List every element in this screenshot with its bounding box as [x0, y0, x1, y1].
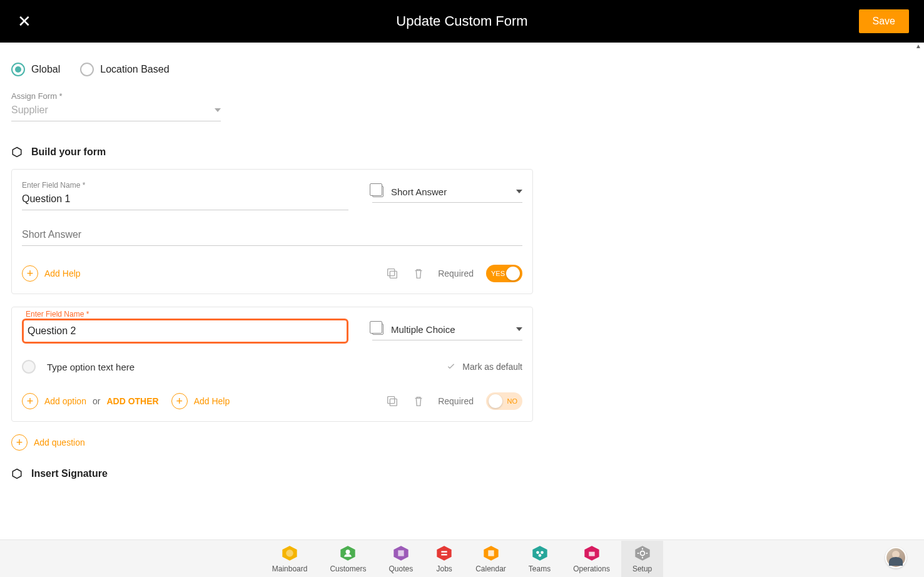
signature-heading: Insert Signature — [11, 468, 533, 479]
radio-selected-icon — [11, 63, 25, 76]
build-form-title: Build your form — [31, 146, 106, 158]
chevron-down-icon — [516, 327, 522, 331]
page-title: Update Custom Form — [396, 13, 527, 29]
hexagon-icon — [11, 468, 23, 479]
required-toggle-2[interactable]: NO — [486, 392, 522, 410]
chevron-down-icon — [516, 190, 522, 193]
close-icon[interactable]: ✕ — [15, 9, 34, 34]
radio-unselected-icon[interactable] — [22, 360, 36, 374]
toggle-text: YES — [491, 270, 505, 277]
field-type-label: Short Answer — [391, 186, 509, 197]
svg-marker-5 — [13, 469, 21, 479]
scope-global-label: Global — [31, 64, 60, 75]
topbar: ✕ Update Custom Form Save — [0, 0, 924, 43]
build-form-heading: Build your form — [11, 146, 533, 158]
svg-rect-1 — [390, 271, 397, 278]
field-name-label: Enter Field Name * — [22, 181, 348, 190]
mark-default-label: Mark as default — [462, 362, 522, 372]
scope-radio-group: Global Location Based — [11, 63, 533, 76]
add-help-link[interactable]: Add Help — [44, 268, 81, 278]
svg-marker-0 — [13, 148, 21, 157]
trash-icon[interactable] — [412, 394, 425, 408]
field-name-highlight — [22, 319, 348, 344]
multiple-choice-icon — [372, 324, 383, 335]
scope-location-radio[interactable]: Location Based — [80, 63, 169, 76]
content: Global Location Based Assign Form * Supp… — [0, 43, 544, 516]
field-type-label: Multiple Choice — [391, 324, 509, 335]
add-option-link[interactable]: Add option — [44, 396, 86, 406]
add-other-link[interactable]: ADD OTHER — [106, 396, 158, 406]
mark-default-action[interactable]: Mark as default — [446, 361, 522, 373]
svg-rect-3 — [390, 399, 397, 406]
plus-icon[interactable]: + — [11, 434, 28, 451]
short-answer-preview[interactable] — [22, 227, 522, 246]
short-answer-icon — [372, 186, 383, 197]
required-label: Required — [438, 396, 474, 406]
copy-icon[interactable] — [385, 394, 399, 408]
content-scroll[interactable]: Global Location Based Assign Form * Supp… — [0, 43, 924, 539]
add-question-link[interactable]: Add question — [34, 437, 85, 447]
assign-form-value: Supplier — [11, 105, 48, 116]
svg-rect-4 — [388, 397, 395, 404]
chevron-down-icon — [215, 108, 221, 112]
assign-form-label: Assign Form * — [11, 91, 533, 101]
radio-unselected-icon — [80, 63, 94, 76]
save-button[interactable]: Save — [859, 9, 909, 33]
field-type-select-1[interactable]: Short Answer — [372, 181, 522, 203]
plus-icon[interactable]: + — [22, 393, 38, 409]
toggle-knob — [489, 394, 502, 408]
scope-global-radio[interactable]: Global — [11, 63, 60, 76]
svg-rect-2 — [388, 269, 395, 276]
copy-icon[interactable] — [385, 267, 399, 280]
field-name-input-1[interactable] — [22, 191, 348, 210]
required-toggle-1[interactable]: YES — [486, 265, 522, 282]
assign-form-select[interactable]: Supplier — [11, 102, 221, 121]
check-icon — [446, 361, 456, 373]
option-text-input[interactable]: Type option text here — [47, 362, 135, 372]
toggle-knob — [506, 267, 520, 280]
field-type-select-2[interactable]: Multiple Choice — [372, 319, 522, 340]
plus-icon[interactable]: + — [171, 393, 188, 409]
required-label: Required — [438, 268, 474, 278]
toggle-text: NO — [507, 397, 518, 405]
field-card-1: Enter Field Name * Short Answer + Add He… — [11, 169, 533, 294]
add-help-link[interactable]: Add Help — [194, 396, 230, 406]
hexagon-icon — [11, 146, 23, 158]
trash-icon[interactable] — [412, 267, 425, 280]
field-name-input-2[interactable] — [26, 322, 344, 340]
assign-form-group: Assign Form * Supplier — [11, 91, 533, 121]
or-text: or — [93, 396, 100, 406]
scope-location-label: Location Based — [100, 64, 169, 75]
plus-icon[interactable]: + — [22, 265, 38, 282]
field-name-label: Enter Field Name * — [26, 310, 89, 319]
field-card-2: Enter Field Name * Multiple Choice Type … — [11, 307, 533, 422]
signature-title: Insert Signature — [31, 468, 108, 479]
